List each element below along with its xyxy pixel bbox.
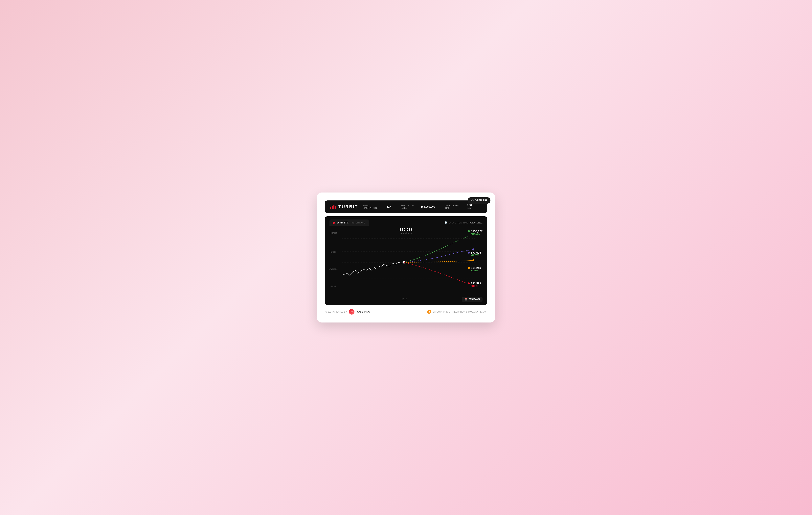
dot-average: [468, 267, 470, 269]
amount-average: $61,249: [471, 266, 481, 270]
synth-tab: synthBTC INTERFACE: [329, 219, 369, 226]
chart-footer: 2024 📅 365 DAYS: [325, 295, 487, 305]
open-api-label: OPEN API: [475, 199, 487, 202]
change-target: +22.63%: [471, 254, 481, 256]
stat-value-data: 153,000,000: [421, 206, 435, 208]
app-title: TURBIT: [339, 204, 358, 209]
amount-target: $73,625: [471, 251, 481, 254]
header-bar: TURBIT TOTAL SIMULATIONS 117 SIMULATED D…: [325, 200, 487, 213]
execution-time-label: EXECUTION TIME: [448, 221, 468, 224]
chart-header: synthBTC INTERFACE 🕐 EXECUTION TIME 00:0…: [325, 216, 487, 226]
y-label-lowest: Lowest: [329, 285, 338, 287]
main-card: {} OPEN API TURBIT TOTAL SIMULATIONS 117…: [317, 192, 495, 323]
logo-area: TURBIT: [330, 204, 358, 209]
amount-lowest: $23,599: [471, 282, 481, 285]
stat-value-time: 2.52 sec: [467, 204, 477, 210]
y-label-target: Target: [329, 251, 338, 253]
open-api-button[interactable]: {} OPEN API: [468, 197, 490, 204]
chart-body: $60,038 Current price Highest Target Ave…: [325, 226, 487, 295]
dot-target: [468, 252, 470, 254]
current-price-label: $60,038 Current price: [400, 227, 412, 234]
stat-label-time: PROCESSING TIME: [445, 205, 466, 209]
synth-dot-icon: [332, 222, 335, 224]
footer-right: ₿ BITCOIN PRICE PREDICTION SIMULATOR [V1…: [427, 310, 487, 314]
stat-label-data: SIMULATED DATA: [401, 205, 420, 209]
current-price-sublabel: Current price: [400, 232, 412, 234]
logo-bar-4: [335, 207, 336, 209]
execution-time-value: 00:00:13:21: [470, 221, 483, 224]
footer-author: JOSE PINO: [356, 310, 370, 313]
price-result-average: $61,249 +2.02%: [468, 266, 481, 272]
current-price-value: $60,038: [400, 227, 412, 232]
bitcoin-icon: ₿: [427, 310, 431, 314]
chart-panel: synthBTC INTERFACE 🕐 EXECUTION TIME 00:0…: [325, 216, 487, 305]
footer-left: © 2024 CREATED BY JP JOSE PINO: [325, 309, 370, 315]
change-highest: +160.88%: [471, 233, 483, 235]
year-label: 2024: [401, 298, 407, 301]
calendar-icon: 📅: [464, 298, 467, 301]
stat-total-simulations: TOTAL SIMULATIONS 117: [358, 205, 396, 209]
header-stats: TOTAL SIMULATIONS 117 SIMULATED DATA 153…: [358, 204, 482, 210]
stat-label-simulations: TOTAL SIMULATIONS: [363, 205, 385, 209]
stat-simulated-data: SIMULATED DATA 153,000,000: [396, 205, 440, 209]
logo-bar-2: [332, 206, 333, 209]
dot-highest: [468, 230, 470, 232]
logo-bar-1: [330, 207, 331, 209]
page-footer: © 2024 CREATED BY JP JOSE PINO ₿ BITCOIN…: [325, 309, 487, 315]
y-label-highest: Highest: [329, 232, 338, 234]
days-badge-label: 365 DAYS: [469, 298, 480, 301]
clock-icon: 🕐: [444, 221, 447, 224]
price-result-target: $73,625 +22.63%: [468, 251, 481, 256]
braces-icon: {}: [471, 199, 473, 202]
days-badge: 📅 365 DAYS: [462, 297, 483, 302]
execution-time: 🕐 EXECUTION TIME 00:00:13:21: [444, 221, 483, 224]
stat-processing-time: PROCESSING TIME 2.52 sec: [440, 204, 482, 210]
logo-bar-3: [334, 205, 335, 209]
logo-bars-icon: [330, 205, 336, 209]
stat-value-simulations: 117: [387, 206, 391, 208]
change-lowest: -60.69%: [471, 285, 481, 287]
price-result-lowest: $23,599 -60.69%: [468, 282, 481, 287]
chart-svg-wrapper: Highest Target Average Lowest $156,627 +…: [325, 227, 487, 295]
footer-copyright: © 2024 CREATED BY: [325, 310, 347, 313]
interface-label: INTERFACE: [351, 221, 366, 224]
y-label-average: Average: [329, 268, 338, 270]
chart-svg: [325, 227, 487, 295]
dot-lowest: [468, 282, 470, 284]
author-avatar: JP: [349, 309, 354, 315]
amount-highest: $156,627: [471, 229, 483, 233]
change-average: +2.02%: [471, 270, 481, 272]
synth-name: synthBTC: [337, 221, 349, 224]
product-label: BITCOIN PRICE PREDICTION SIMULATOR [V1.0…: [433, 310, 487, 313]
price-result-highest: $156,627 +160.88%: [468, 229, 483, 235]
